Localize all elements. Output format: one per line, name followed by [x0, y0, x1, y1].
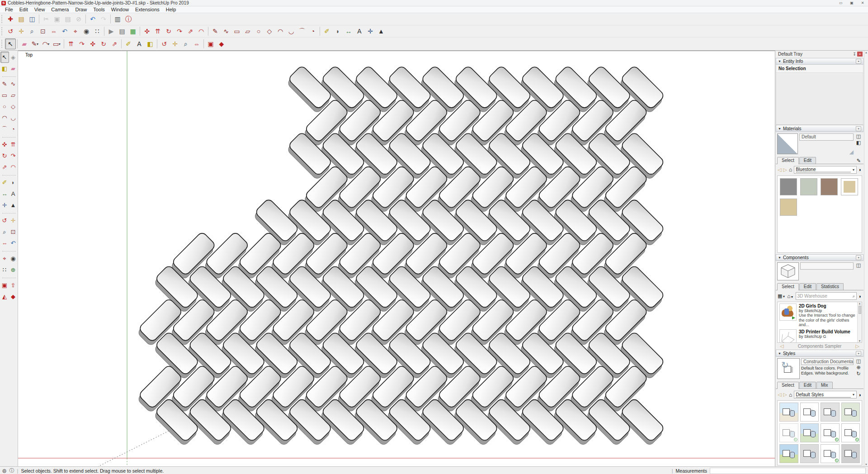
materials-tab-select[interactable]: Select [777, 157, 799, 164]
close-button[interactable]: ✕ [857, 0, 868, 6]
tool-pan-icon[interactable]: ✛ [170, 38, 180, 49]
tool-zoom-extents-icon[interactable]: ⇔ [48, 26, 59, 37]
tool-eraser-icon[interactable]: ▰ [19, 38, 30, 49]
help-info-icon[interactable]: ⓘ [9, 467, 14, 474]
tool-zoom-icon[interactable]: ⌕ [0, 226, 9, 237]
tool-3d-text-icon[interactable]: ▲ [9, 199, 18, 211]
secondary-pane-icon[interactable]: ◫ [856, 133, 861, 139]
tool-rotate-icon[interactable]: ↻ [163, 26, 174, 37]
tool-print-icon[interactable]: ▥ [112, 14, 123, 24]
tool-orbit-icon[interactable]: ↺ [159, 38, 170, 49]
style-name-field[interactable]: Construction Documentation St [801, 358, 854, 365]
menu-extensions[interactable]: Extensions [132, 6, 163, 13]
component-list-item[interactable]: 3D Printer Build Volumeby SketchUp G [778, 328, 862, 342]
components-scrollbar[interactable]: ▲▼ [857, 302, 862, 342]
tool-previous-icon[interactable]: ↶ [9, 237, 18, 249]
home-icon[interactable]: ⌂▼ [787, 293, 793, 299]
style-thumbnail-11[interactable]: ↻ [821, 444, 840, 463]
material-swatch-stone-grey[interactable] [780, 178, 797, 195]
styles-tab-mix[interactable]: Mix [816, 382, 833, 389]
section-header-materials[interactable]: ▼ Materials × [776, 125, 863, 132]
style-thumbnail-3[interactable] [821, 403, 840, 422]
tool-paste-icon[interactable]: ▤ [62, 14, 73, 24]
menu-help[interactable]: Help [163, 6, 179, 13]
tool-move-icon[interactable]: ✜ [87, 38, 98, 49]
next-collection-icon[interactable]: ▷ [856, 343, 859, 349]
menu-edit[interactable]: Edit [16, 6, 31, 13]
tool-orbit-icon[interactable]: ↺ [0, 215, 9, 226]
tool-zoom-extents-icon[interactable]: ⇔ [191, 38, 202, 49]
tray-close-button[interactable]: × [857, 52, 863, 57]
styles-collection-dropdown[interactable]: Default Styles ▼ [794, 391, 857, 398]
tool-push-pull-icon[interactable]: ⇈ [152, 26, 163, 37]
tool-undo-icon[interactable]: ↶ [87, 14, 98, 24]
tool-tape-measure-icon[interactable]: ✐ [0, 177, 9, 188]
tool-share-component-icon[interactable]: ◭ [0, 291, 9, 302]
tool-text-icon[interactable]: A [354, 26, 365, 37]
style-thumbnail-9[interactable] [779, 444, 798, 463]
details-arrow-icon[interactable]: ◗ [859, 167, 862, 172]
forward-arrow-icon[interactable]: ▷ [783, 392, 787, 398]
components-tab-select[interactable]: Select [777, 283, 799, 290]
tool-new-icon[interactable]: ✚ [5, 14, 16, 24]
materials-collection-dropdown[interactable]: Bluestone ▼ [794, 166, 857, 174]
tool-polygon-icon[interactable]: ◇ [9, 101, 18, 112]
tool-position-camera-icon[interactable]: ⌖ [0, 253, 9, 264]
tool-scale-icon[interactable]: ⇗ [0, 161, 9, 173]
tool-position-camera-icon[interactable]: ⌖ [70, 26, 81, 37]
tool-dimension-icon[interactable]: ↔ [343, 26, 354, 37]
tool-paint-icon[interactable]: ◧ [0, 63, 9, 74]
tool-arc-icon[interactable]: ◠ [275, 26, 286, 37]
entity-info-close-button[interactable]: × [856, 59, 861, 64]
tool-pie-icon[interactable]: ◔ [9, 123, 18, 135]
tool-axes-icon[interactable]: ✛ [365, 26, 376, 37]
tool-look-around-icon[interactable]: ◉ [81, 26, 92, 37]
material-name-field[interactable]: Default [799, 133, 854, 141]
tool-protractor-icon[interactable]: ◗ [9, 177, 18, 188]
tool-3-point-arc-icon[interactable]: ⌒ [0, 123, 9, 135]
tool-walk-icon[interactable]: ∷ [0, 264, 9, 275]
tool-offset-icon[interactable]: ◠ [9, 161, 18, 173]
material-swatch-stone-brown[interactable] [821, 178, 838, 195]
tool-component-attributes-icon[interactable]: ▦ [127, 26, 138, 37]
tool-offset-icon[interactable]: ◠ [196, 26, 207, 37]
tool-follow-me-icon[interactable]: ↷ [76, 38, 87, 49]
tool-rotate-icon[interactable]: ↻ [98, 38, 109, 49]
tool-rotate-icon[interactable]: ↻ [0, 150, 9, 161]
tool-follow-me-icon[interactable]: ↷ [9, 150, 18, 161]
prev-collection-icon[interactable]: ◁ [780, 343, 783, 349]
components-tab-edit[interactable]: Edit [799, 283, 816, 290]
tool-zoom-extents-icon[interactable]: ⇔ [0, 237, 9, 249]
eyedropper-icon[interactable]: ✎ [855, 158, 862, 164]
home-icon[interactable]: ⌂ [789, 166, 792, 173]
style-thumbnail-6[interactable] [800, 423, 819, 442]
geolocation-icon[interactable]: ◍ [2, 468, 7, 474]
tool-zoom-window-icon[interactable]: ⊡ [9, 226, 18, 237]
menu-window[interactable]: Window [108, 6, 132, 13]
style-thumbnail-1[interactable] [779, 403, 798, 422]
component-title[interactable]: 2D Girls Dog [799, 303, 856, 308]
tool-rectangle-icon[interactable]: ▭ [231, 26, 242, 37]
menu-file[interactable]: File [2, 6, 16, 13]
tool-make-component-icon[interactable]: ◈ [9, 52, 18, 63]
tool-rectangle-icon[interactable]: ▭ [0, 90, 9, 101]
tool-3d-warehouse-icon[interactable]: ▣ [205, 38, 216, 49]
tool-3-point-arc-icon[interactable]: ⌒ [297, 26, 307, 37]
tool-scale-icon[interactable]: ⇗ [109, 38, 120, 49]
dropdown-arrow-icon[interactable]: ▼ [58, 43, 61, 46]
tool-circle-icon[interactable]: ○ [0, 101, 9, 112]
scroll-down-icon[interactable]: ▼ [865, 463, 868, 466]
tool-rotated-rectangle-icon[interactable]: ▱ [242, 26, 253, 37]
style-thumbnail-10[interactable] [800, 444, 819, 463]
tool-zoom-window-icon[interactable]: ⊡ [38, 26, 48, 37]
section-header-components[interactable]: ▼ Components × [776, 254, 863, 261]
details-arrow-icon[interactable]: ◗ [859, 294, 862, 299]
components-tab-statistics[interactable]: Statistics [816, 283, 844, 290]
tool-pan-icon[interactable]: ✛ [9, 215, 18, 226]
tool-orbit-icon[interactable]: ↺ [5, 26, 16, 37]
tool-circle-icon[interactable]: ○ [253, 26, 264, 37]
tool-polygon-icon[interactable]: ◇ [264, 26, 275, 37]
home-icon[interactable]: ⌂ [789, 392, 792, 398]
section-header-styles[interactable]: ▼ Styles × [776, 350, 863, 357]
tool-arc-icon[interactable]: ◠ [0, 112, 9, 123]
